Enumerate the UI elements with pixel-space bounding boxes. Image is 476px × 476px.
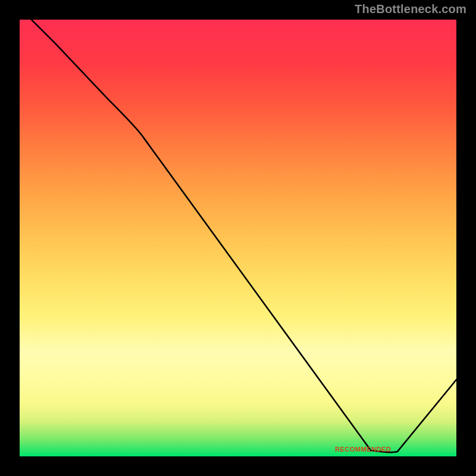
- watermark-text: TheBottleneck.com: [355, 2, 466, 16]
- recommended-marker: RECOMMENDED: [335, 446, 391, 453]
- plot-area: RECOMMENDED: [18, 18, 458, 458]
- heat-gradient-background: [20, 20, 456, 456]
- chart-stage: TheBottleneck.com RECOMMENDED: [0, 0, 476, 476]
